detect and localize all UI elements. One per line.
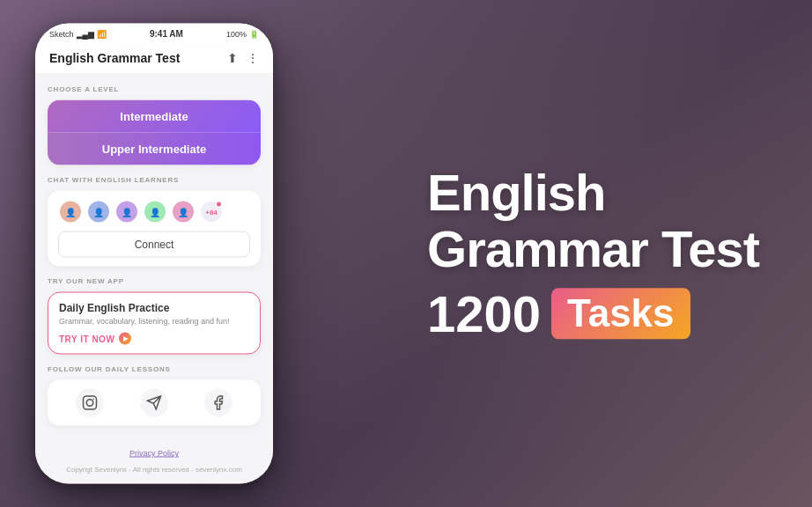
avatar-3: 👤 bbox=[114, 200, 139, 224]
privacy-link[interactable]: Privacy Policy bbox=[35, 449, 273, 458]
avatars-row: 👤 👤 👤 👤 👤 +84 bbox=[58, 200, 250, 224]
copyright-text: Copyrigt Sevenlynx - All rights reserved… bbox=[66, 466, 242, 474]
status-left: Sketch ▂▄▆ 📶 bbox=[49, 29, 107, 38]
choose-level-label: CHOOSE A LEVEL bbox=[48, 85, 261, 93]
phone-wrap: Sketch ▂▄▆ 📶 9:41 AM 100% 🔋 English Gram… bbox=[35, 24, 273, 484]
promo-title: Daily English Practice bbox=[59, 302, 249, 314]
signal-icon: ▂▄▆ bbox=[77, 29, 94, 38]
header-icons: ⬆ ⋮ bbox=[227, 51, 259, 65]
status-time: 9:41 AM bbox=[150, 29, 183, 39]
phone: Sketch ▂▄▆ 📶 9:41 AM 100% 🔋 English Gram… bbox=[35, 24, 273, 484]
battery-icon: 🔋 bbox=[249, 29, 259, 38]
level-card: Intermediate Upper Intermediate bbox=[48, 100, 261, 165]
carrier-text: Sketch bbox=[49, 29, 74, 38]
avatar-more: +84 bbox=[199, 200, 224, 224]
promo-desc: Grammar, vocabulary, listening, reading … bbox=[59, 317, 249, 326]
chat-label: CHAT WITH ENGLISH LEARNERS bbox=[48, 176, 261, 184]
notification-dot bbox=[216, 202, 222, 208]
avatar-2: 👤 bbox=[86, 200, 111, 224]
svg-point-2 bbox=[93, 399, 95, 400]
connect-button[interactable]: Connect bbox=[58, 231, 250, 258]
upper-intermediate-button[interactable]: Upper Intermediate bbox=[48, 133, 261, 165]
phone-footer: Privacy Policy Copyrigt Sevenlynx - All … bbox=[35, 445, 273, 484]
phone-content: CHOOSE A LEVEL Intermediate Upper Interm… bbox=[35, 75, 273, 445]
instagram-icon[interactable] bbox=[76, 389, 104, 417]
more-icon[interactable]: ⋮ bbox=[247, 51, 259, 65]
right-title-line1: English bbox=[427, 165, 759, 221]
status-bar: Sketch ▂▄▆ 📶 9:41 AM 100% 🔋 bbox=[35, 24, 273, 44]
chat-card: 👤 👤 👤 👤 👤 +84 Connect bbox=[48, 191, 261, 267]
svg-point-1 bbox=[87, 400, 94, 407]
facebook-icon[interactable] bbox=[204, 389, 233, 417]
tasks-badge: Tasks bbox=[551, 289, 690, 340]
intermediate-button[interactable]: Intermediate bbox=[48, 100, 261, 133]
play-icon: ▶ bbox=[119, 333, 131, 345]
try-cta-text: TRY IT NOW bbox=[59, 334, 114, 343]
app-header-title: English Grammar Test bbox=[49, 51, 180, 65]
share-icon[interactable]: ⬆ bbox=[227, 51, 238, 65]
svg-rect-0 bbox=[84, 396, 97, 409]
tasks-number: 1200 bbox=[427, 286, 541, 342]
app-header: English Grammar Test ⬆ ⋮ bbox=[35, 44, 273, 75]
telegram-icon[interactable] bbox=[140, 389, 168, 417]
promo-label: TRY OUR NEW APP bbox=[48, 277, 261, 285]
wifi-icon: 📶 bbox=[97, 29, 107, 38]
tasks-row: 1200 Tasks bbox=[427, 286, 759, 342]
avatar-1: 👤 bbox=[58, 200, 83, 224]
right-content: English Grammar Test 1200 Tasks bbox=[427, 165, 759, 342]
try-it-now-button[interactable]: TRY IT NOW ▶ bbox=[59, 333, 131, 345]
promo-card: Daily English Practice Grammar, vocabula… bbox=[48, 292, 261, 355]
avatar-5: 👤 bbox=[171, 200, 196, 224]
social-label: FOLLOW OUR DAILY LESSONS bbox=[48, 365, 261, 373]
status-right: 100% 🔋 bbox=[226, 29, 259, 38]
social-card bbox=[48, 380, 261, 426]
battery-text: 100% bbox=[226, 29, 247, 38]
avatar-4: 👤 bbox=[143, 200, 167, 224]
avatar-more-count: +84 bbox=[205, 208, 218, 216]
right-title-line2: Grammar Test bbox=[427, 221, 759, 277]
